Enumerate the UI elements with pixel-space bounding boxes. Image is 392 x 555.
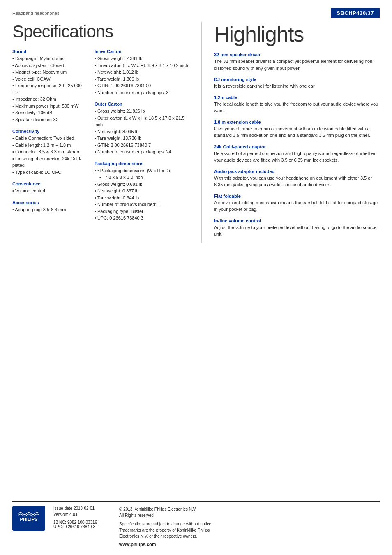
highlight-audio-jack-title: Audio jack adaptor included bbox=[214, 169, 380, 174]
spec-section-convenience-title: Convenience bbox=[12, 181, 88, 186]
model-number: SBCHP430/37 bbox=[331, 8, 380, 18]
highlight-volume-control-title: In-line volume control bbox=[214, 218, 380, 223]
highlight-flat-foldable-desc: A convenient folding mechanism means the… bbox=[214, 199, 380, 213]
footer-col1: Issue date 2013-02-01 Version: 4.0.8 12 … bbox=[53, 506, 107, 547]
specifications-title: Specifications bbox=[12, 22, 193, 42]
page: Headband headphones SBCHP430/37 Specific… bbox=[0, 0, 392, 555]
list-item: Nett weight: 8.095 lb bbox=[95, 128, 193, 135]
highlight-speaker-driver: 32 mm speaker driver The 32 mm speaker d… bbox=[214, 52, 380, 72]
list-item: Tare weight: 1.369 lb bbox=[95, 76, 193, 83]
product-type: Headband headphones bbox=[12, 11, 59, 16]
highlight-dj-monitoring-desc: It is a reversible ear-shell for listeni… bbox=[214, 83, 380, 90]
list-item: Number of consumer packagings: 24 bbox=[95, 148, 193, 155]
list-item: Packaging type: Blister bbox=[95, 208, 193, 215]
spec-section-packaging: Packaging dimensions • Packaging dimensi… bbox=[95, 161, 193, 222]
footer-copyright: © 2013 Koninklijke Philips Electronics N… bbox=[119, 506, 380, 518]
footer-website: www.philips.com bbox=[119, 542, 380, 547]
list-item: • Packaging dimensions (W x H x D): bbox=[95, 167, 193, 174]
spec-section-packaging-list: • Packaging dimensions (W x H x D): 7.8 … bbox=[95, 167, 193, 222]
list-item: Sensitivity: 106 dB bbox=[12, 109, 88, 116]
highlight-cable-1m2-title: 1.2m cable bbox=[214, 95, 380, 100]
highlight-extension-cable-title: 1.8 m extension cable bbox=[214, 120, 380, 125]
spec-section-sound: Sound Diaphragm: Mylar dome Acoustic sys… bbox=[12, 49, 88, 123]
highlights-column: Highlights 32 mm speaker driver The 32 m… bbox=[201, 22, 380, 243]
highlight-volume-control-desc: Adjust the volume to your preferred leve… bbox=[214, 224, 380, 238]
spec-section-convenience-list: Volume control bbox=[12, 187, 88, 194]
spec-section-inner-carton-title: Inner Carton bbox=[95, 49, 193, 54]
spec-section-accessories-list: Adaptor plug: 3.5-6.3 mm bbox=[12, 206, 88, 213]
list-item: Cable Connection: Two-sided bbox=[12, 135, 88, 142]
list-item: Finishing of connector: 24k Gold-plated bbox=[12, 155, 88, 169]
footer: PHILIPS Issue date 2013-02-01 Version: 4… bbox=[12, 501, 380, 547]
list-item: Voice coil: CCAW bbox=[12, 76, 88, 83]
highlight-cable-1m2-desc: The ideal cable length to give you the f… bbox=[214, 101, 380, 114]
highlight-speaker-driver-title: 32 mm speaker driver bbox=[214, 52, 380, 57]
list-item: Number of products included: 1 bbox=[95, 201, 193, 208]
highlight-dj-monitoring: DJ monitoring style It is a reversible e… bbox=[214, 77, 380, 90]
spec-section-packaging-title: Packaging dimensions bbox=[95, 161, 193, 166]
list-item: Inner carton (L x W x H): 8.9 x 8.1 x 10… bbox=[95, 62, 193, 69]
list-item: Tare weight: 0.344 lb bbox=[95, 194, 193, 201]
list-item: Speaker diameter: 32 bbox=[12, 116, 88, 123]
main-columns: Specifications Sound Diaphragm: Mylar do… bbox=[12, 22, 380, 243]
list-item: Adaptor plug: 3.5-6.3 mm bbox=[12, 206, 88, 213]
list-item: Gross weight: 21.826 lb bbox=[95, 108, 193, 115]
header: Headband headphones SBCHP430/37 bbox=[12, 8, 380, 18]
footer-info: Issue date 2013-02-01 Version: 4.0.8 12 … bbox=[53, 506, 380, 547]
list-item: Connector: 3.5 & 6.3 mm stereo bbox=[12, 148, 88, 155]
list-item: Gross weight: 0.681 lb bbox=[95, 181, 193, 188]
highlight-gold-adaptor-title: 24k Gold-plated adaptor bbox=[214, 144, 380, 149]
highlight-audio-jack-desc: With this adaptor, you can use your head… bbox=[214, 175, 380, 188]
spec-section-outer-carton-list: Gross weight: 21.826 lb Outer carton (L … bbox=[95, 108, 193, 155]
highlight-flat-foldable-title: Flat foldable bbox=[214, 194, 380, 199]
list-item: GTIN: 2 00 26616 73840 7 bbox=[95, 142, 193, 149]
spec-section-sound-title: Sound bbox=[12, 49, 88, 54]
spec-section-convenience: Convenience Volume control bbox=[12, 181, 88, 194]
list-item: Tare weight: 13.730 lb bbox=[95, 135, 193, 142]
footer-issue-date: Issue date 2013-02-01 Version: 4.0.8 bbox=[53, 506, 107, 517]
list-item: Acoustic system: Closed bbox=[12, 62, 88, 69]
highlights-title: Highlights bbox=[214, 22, 380, 46]
spec-col-right: Inner Carton Gross weight: 2.381 lb Inne… bbox=[95, 49, 193, 227]
list-item: Number of consumer packagings: 3 bbox=[95, 89, 193, 96]
list-item: Type of cable: LC-OFC bbox=[12, 169, 88, 176]
list-item: Magnet type: Neodymium bbox=[12, 69, 88, 76]
list-item: Outer carton (L x W x H): 18.5 x 17.0 x … bbox=[95, 115, 193, 128]
spec-col-left: Sound Diaphragm: Mylar dome Acoustic sys… bbox=[12, 49, 95, 227]
spec-section-accessories: Accessories Adaptor plug: 3.5-6.3 mm bbox=[12, 200, 88, 213]
list-item: Volume control bbox=[12, 187, 88, 194]
spec-sub-columns: Sound Diaphragm: Mylar dome Acoustic sys… bbox=[12, 49, 193, 227]
list-item: Nett weight: 1.012 lb bbox=[95, 69, 193, 76]
list-item: Maximum power input: 500 mW bbox=[12, 103, 88, 110]
footer-nc-upc: 12 NC: 9082 100 03316 UPC: 0 26616 73840… bbox=[53, 520, 107, 529]
list-item: Impedance: 32 Ohm bbox=[12, 96, 88, 103]
specifications-column: Specifications Sound Diaphragm: Mylar do… bbox=[12, 22, 201, 243]
spec-section-sound-list: Diaphragm: Mylar dome Acoustic system: C… bbox=[12, 55, 88, 123]
spec-section-inner-carton-list: Gross weight: 2.381 lb Inner carton (L x… bbox=[95, 55, 193, 96]
highlight-extension-cable: 1.8 m extension cable Give yourself more… bbox=[214, 120, 380, 139]
highlight-gold-adaptor: 24k Gold-plated adaptor Be assured of a … bbox=[214, 144, 380, 164]
list-item: GTIN: 1 00 26616 73840 0 bbox=[95, 82, 193, 89]
spec-section-connectivity-list: Cable Connection: Two-sided Cable length… bbox=[12, 135, 88, 176]
footer-col3: © 2013 Koninklijke Philips Electronics N… bbox=[119, 506, 380, 547]
highlight-audio-jack: Audio jack adaptor included With this ad… bbox=[214, 169, 380, 188]
highlight-volume-control: In-line volume control Adjust the volume… bbox=[214, 218, 380, 238]
spec-section-connectivity: Connectivity Cable Connection: Two-sided… bbox=[12, 129, 88, 176]
list-item: Gross weight: 2.381 lb bbox=[95, 55, 193, 62]
spec-section-accessories-title: Accessories bbox=[12, 200, 88, 205]
highlight-speaker-driver-desc: The 32 mm speaker driver is a compact ye… bbox=[214, 58, 380, 72]
spec-section-outer-carton: Outer Carton Gross weight: 21.826 lb Out… bbox=[95, 102, 193, 155]
list-item: Diaphragm: Mylar dome bbox=[12, 55, 88, 62]
svg-text:PHILIPS: PHILIPS bbox=[20, 517, 38, 522]
spec-section-outer-carton-title: Outer Carton bbox=[95, 102, 193, 106]
spec-section-connectivity-title: Connectivity bbox=[12, 129, 88, 134]
list-item: UPC: 0 26616 73840 3 bbox=[95, 215, 193, 222]
highlight-gold-adaptor-desc: Be assured of a perfect connection and h… bbox=[214, 150, 380, 164]
footer-notice-text: Specifications are subject to change wit… bbox=[119, 521, 380, 539]
philips-logo-svg: PHILIPS bbox=[12, 506, 45, 531]
spec-section-inner-carton: Inner Carton Gross weight: 2.381 lb Inne… bbox=[95, 49, 193, 96]
highlight-extension-cable-desc: Give yourself more freedom of movement w… bbox=[214, 125, 380, 139]
list-item: 7.8 x 9.8 x 3.0 inch bbox=[95, 174, 193, 181]
list-item: Cable length: 1.2 m + 1.8 m bbox=[12, 142, 88, 149]
highlight-flat-foldable: Flat foldable A convenient folding mecha… bbox=[214, 194, 380, 213]
